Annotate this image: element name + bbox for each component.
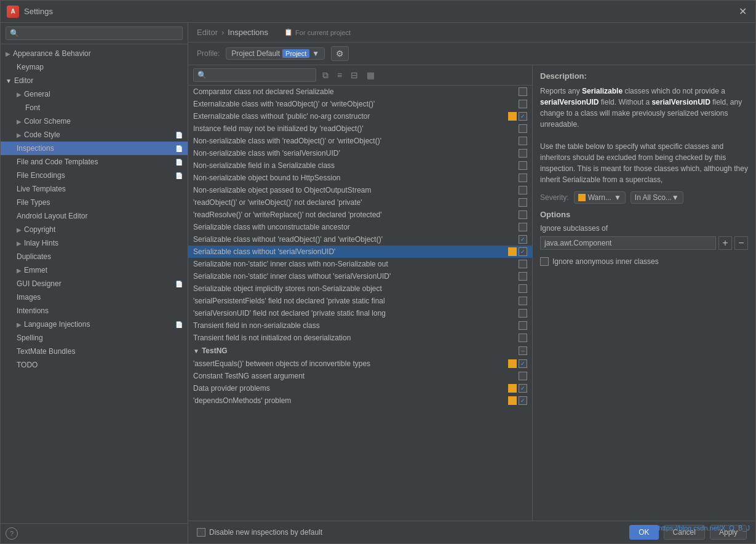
sidebar-item-code-style[interactable]: ▶ Code Style 📄	[1, 128, 188, 142]
inspection-item[interactable]: Transient field is not initialized on de…	[188, 332, 532, 344]
inspection-item[interactable]: Serializable class without 'readObject()…	[188, 233, 532, 246]
inspection-checkbox[interactable]	[519, 149, 527, 158]
sidebar-item-live-templates[interactable]: Live Templates	[1, 182, 188, 196]
profile-select-dropdown[interactable]: Project Default Project ▼	[226, 47, 325, 60]
inspection-checkbox[interactable]	[519, 223, 527, 231]
add-button[interactable]: +	[718, 236, 732, 250]
breadcrumb-parent[interactable]: Editor	[197, 28, 218, 37]
inspection-item[interactable]: Data provider problems ✓	[188, 382, 532, 394]
inspection-item[interactable]: 'serialPersistentFields' field not decla…	[188, 295, 532, 307]
inspection-checkbox[interactable]: ✓	[519, 247, 527, 256]
ignore-anon-checkbox[interactable]	[540, 257, 549, 266]
inspection-checkbox[interactable]	[519, 272, 527, 281]
sidebar-item-general[interactable]: ▶ General	[1, 87, 188, 101]
sidebar-item-todo[interactable]: TODO	[1, 358, 188, 372]
inspection-checkbox[interactable]	[519, 297, 527, 305]
sidebar-item-duplicates[interactable]: Duplicates	[1, 250, 188, 263]
inspection-checkbox[interactable]	[519, 198, 527, 207]
inspection-checkbox[interactable]: ✓	[519, 235, 527, 244]
inspection-item[interactable]: Non-serializable class with 'readObject(…	[188, 135, 532, 147]
sidebar-item-inspections[interactable]: Inspections 📄	[1, 142, 188, 155]
ignore-input-field[interactable]	[540, 236, 716, 250]
sidebar-item-editor[interactable]: ▼ Editor	[1, 74, 188, 87]
inspection-checkbox[interactable]	[519, 210, 527, 219]
severity-label: Severity:	[540, 193, 569, 202]
inspection-checkbox[interactable]	[519, 87, 527, 96]
inspection-text: Externalizable class without 'public' no…	[193, 112, 508, 121]
inspection-checkbox[interactable]: ✓	[519, 359, 527, 368]
inspection-checkbox[interactable]: ✓	[519, 384, 527, 393]
inspection-item[interactable]: Comparator class not declared Serializab…	[188, 86, 532, 98]
inspection-item[interactable]: 'serialVersionUID' field not declared 'p…	[188, 307, 532, 319]
inspection-checkbox[interactable]	[519, 260, 527, 268]
sidebar-item-intentions[interactable]: Intentions	[1, 304, 188, 318]
inspection-item[interactable]: Externalizable class without 'public' no…	[188, 110, 532, 122]
collapse-all-button[interactable]: ⊟	[348, 69, 360, 81]
inspection-item[interactable]: Serializable non-'static' inner class wi…	[188, 258, 532, 270]
sidebar-item-gui-designer[interactable]: GUI Designer 📄	[1, 277, 188, 290]
inspection-checkbox[interactable]	[519, 309, 527, 318]
inspection-checkbox[interactable]	[519, 334, 527, 342]
inspection-checkbox[interactable]	[519, 321, 527, 330]
remove-button[interactable]: −	[734, 236, 748, 250]
inspection-checkbox[interactable]	[519, 174, 527, 182]
filter-button[interactable]: ⧉	[320, 69, 331, 82]
close-button[interactable]: ✕	[736, 3, 749, 20]
inspection-checkbox[interactable]	[519, 284, 527, 293]
sidebar-item-inlay-hints[interactable]: ▶ Inlay Hints	[1, 236, 188, 250]
sidebar-item-spelling[interactable]: Spelling	[1, 331, 188, 345]
inspection-checkbox[interactable]	[519, 100, 527, 108]
testng-category[interactable]: ▼ TestNG −	[188, 344, 532, 358]
inspection-item-selected[interactable]: Serializable class without 'serialVersio…	[188, 246, 532, 258]
severity-dropdown[interactable]: Warn... ▼	[574, 191, 626, 204]
expand-all-button[interactable]: ≡	[335, 69, 344, 81]
sidebar-item-file-types[interactable]: File Types	[1, 196, 188, 209]
inspection-checkbox[interactable]	[519, 186, 527, 194]
ok-button[interactable]: OK	[629, 525, 658, 540]
inspection-item[interactable]: Serializable class with unconstructable …	[188, 221, 532, 233]
breadcrumb-separator: ›	[221, 28, 224, 37]
layout-button[interactable]: ▦	[364, 69, 377, 81]
sidebar-item-appearance[interactable]: ▶ Appearance & Behavior	[1, 47, 188, 60]
title-bar: A Settings ✕	[1, 1, 755, 23]
scope-dropdown[interactable]: In All Sco...▼	[631, 191, 683, 204]
sidebar-item-font[interactable]: Font	[1, 101, 188, 114]
sidebar-item-file-code-templates[interactable]: File and Code Templates 📄	[1, 155, 188, 169]
sidebar-item-emmet[interactable]: ▶ Emmet	[1, 263, 188, 277]
inspection-item[interactable]: Non-serializable field in a Serializable…	[188, 159, 532, 172]
inspection-checkbox[interactable]	[519, 137, 527, 145]
sidebar-item-android-layout[interactable]: Android Layout Editor	[1, 209, 188, 223]
inspection-item[interactable]: 'dependsOnMethods' problem ✓	[188, 394, 532, 407]
inspections-search-input[interactable]	[193, 68, 316, 82]
inspection-item[interactable]: Non-serializable object bound to HttpSes…	[188, 172, 532, 184]
sidebar-item-textmate[interactable]: TextMate Bundles	[1, 345, 188, 358]
sidebar-item-keymap[interactable]: Keymap	[1, 60, 188, 74]
inspection-checkbox[interactable]	[519, 372, 527, 380]
inspection-item[interactable]: Constant TestNG assert argument	[188, 370, 532, 382]
inspection-checkbox[interactable]	[519, 124, 527, 133]
inspection-item[interactable]: Instance field may not be initialized by…	[188, 122, 532, 135]
sidebar-search-input[interactable]	[6, 26, 183, 40]
sidebar-item-color-scheme[interactable]: ▶ Color Scheme	[1, 114, 188, 128]
inspection-item[interactable]: Transient field in non-serializable clas…	[188, 319, 532, 332]
inspection-item[interactable]: 'assertEquals()' between objects of inco…	[188, 358, 532, 370]
disable-checkbox[interactable]	[197, 528, 205, 537]
inspection-item[interactable]: Externalizable class with 'readObject()'…	[188, 98, 532, 110]
inspection-checkbox[interactable]	[519, 161, 527, 170]
sidebar-item-label: File Types	[17, 198, 50, 207]
inspection-item[interactable]: Non-serializable class with 'serialVersi…	[188, 147, 532, 159]
category-collapse-btn[interactable]: −	[519, 346, 527, 355]
inspection-item[interactable]: 'readResolve()' or 'writeReplace()' not …	[188, 209, 532, 221]
help-button[interactable]: ?	[6, 527, 18, 540]
inspection-checkbox[interactable]: ✓	[519, 112, 527, 121]
sidebar-item-copyright[interactable]: ▶ Copyright	[1, 223, 188, 236]
inspection-checkbox[interactable]: ✓	[519, 396, 527, 405]
gear-button[interactable]: ⚙	[331, 46, 349, 61]
sidebar-item-language-injections[interactable]: ▶ Language Injections 📄	[1, 318, 188, 331]
inspection-item[interactable]: 'readObject()' or 'writeObject()' not de…	[188, 196, 532, 209]
sidebar-item-images[interactable]: Images	[1, 290, 188, 304]
inspection-item[interactable]: Serializable non-'static' inner class wi…	[188, 270, 532, 282]
inspection-item[interactable]: Non-serializable object passed to Object…	[188, 184, 532, 196]
inspection-item[interactable]: Serializable object implicitly stores no…	[188, 282, 532, 295]
sidebar-item-file-encodings[interactable]: File Encodings 📄	[1, 169, 188, 182]
